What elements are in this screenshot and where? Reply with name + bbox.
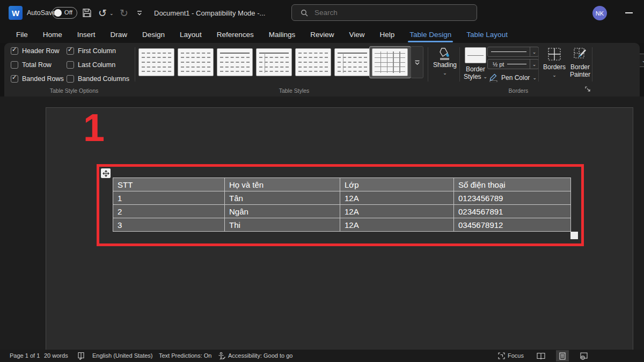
web-layout-icon — [580, 352, 588, 360]
table-cell[interactable]: 12A — [340, 191, 454, 205]
shading-label: Shading — [433, 61, 457, 69]
document-canvas[interactable]: 1 STT Họ và tên Lớp Số điện thoại 1 Tân … — [0, 97, 644, 350]
table-style-thumbnail[interactable] — [295, 48, 331, 76]
undo-chevron-icon[interactable]: ⌄ — [109, 11, 114, 16]
line-weight-dropdown[interactable]: ½ pt ⌄ — [487, 59, 539, 69]
borders-button-label: Borders — [543, 63, 566, 71]
data-table[interactable]: STT Họ và tên Lớp Số điện thoại 1 Tân 12… — [113, 178, 571, 232]
table-styles-more-button[interactable] — [411, 46, 423, 78]
line-weight-value: ½ pt — [493, 61, 504, 68]
web-layout-button[interactable] — [577, 350, 590, 361]
print-layout-button[interactable] — [556, 350, 569, 361]
checkbox-total-row[interactable]: Total Row — [11, 61, 52, 69]
minimize-button[interactable] — [620, 5, 638, 20]
border-painter-button[interactable]: Border Painter — [567, 47, 594, 78]
border-styles-button[interactable]: Border Styles ⌄ — [462, 65, 489, 80]
tab-design[interactable]: Design — [135, 26, 172, 43]
checkbox-label: Header Row — [22, 47, 59, 55]
tab-insert[interactable]: Insert — [70, 26, 103, 43]
avatar[interactable]: NK — [592, 6, 607, 20]
minimize-icon — [625, 12, 633, 13]
table-style-thumbnail[interactable] — [256, 48, 292, 76]
column-header[interactable]: Lớp — [340, 178, 454, 191]
borders-button[interactable]: Borders ⌄ — [542, 47, 567, 77]
checkbox-first-column[interactable]: First Column — [67, 47, 116, 55]
table-cell[interactable]: 0123456789 — [454, 191, 571, 205]
table-style-thumbnail[interactable] — [334, 48, 370, 76]
title-bar: W AutoSave Off ↺ ⌄ ↻ Document1 - Compati… — [0, 0, 644, 26]
chevron-down-icon: ⌄ — [530, 47, 538, 56]
accessibility-status[interactable]: Accessibility: Good to go — [228, 352, 292, 359]
tab-table-design[interactable]: Table Design — [402, 26, 459, 43]
border-styles-label-2: Styles — [464, 73, 481, 80]
tab-layout[interactable]: Layout — [172, 26, 209, 43]
autosave-toggle[interactable]: Off — [52, 7, 77, 19]
border-style-sample-icon — [465, 47, 486, 63]
tab-mailings[interactable]: Mailings — [261, 26, 303, 43]
checkbox-header-row[interactable]: Header Row — [11, 47, 59, 55]
table-cell[interactable]: 3 — [113, 218, 225, 232]
group-label-table-styles: Table Styles — [246, 87, 342, 94]
tab-help[interactable]: Help — [372, 26, 402, 43]
table-cell[interactable]: 2 — [113, 205, 225, 218]
table-cell[interactable]: Thi — [225, 218, 340, 232]
search-input[interactable] — [314, 9, 449, 17]
search-box[interactable] — [291, 4, 477, 21]
checkbox-banded-columns[interactable]: Banded Columns — [67, 75, 129, 83]
accessibility-icon — [218, 352, 225, 361]
table-row[interactable]: 1 Tân 12A 0123456789 — [113, 191, 571, 205]
tab-table-layout[interactable]: Table Layout — [459, 26, 515, 43]
line-style-dropdown[interactable]: ⌄ — [487, 47, 539, 57]
word-window: W AutoSave Off ↺ ⌄ ↻ Document1 - Compati… — [0, 0, 644, 362]
table-cell[interactable]: 12A — [340, 218, 454, 232]
pen-color-button[interactable]: Pen Color ⌄ — [489, 73, 537, 82]
focus-button[interactable]: Focus — [508, 352, 524, 359]
dialog-launcher-icon — [585, 86, 591, 92]
group-label-table-style-options: Table Style Options — [26, 87, 122, 94]
customize-qat-button[interactable] — [134, 7, 145, 19]
tab-file[interactable]: File — [9, 26, 35, 43]
table-style-thumbnail[interactable] — [138, 48, 174, 76]
tab-review[interactable]: Review — [303, 26, 341, 43]
table-row[interactable]: 2 Ngân 12A 0234567891 — [113, 205, 571, 218]
tab-references[interactable]: References — [209, 26, 261, 43]
tab-home[interactable]: Home — [35, 26, 70, 43]
checkbox-last-column[interactable]: Last Column — [67, 61, 115, 69]
column-header[interactable]: Số điện thoại — [454, 178, 571, 191]
table-style-thumbnail-selected[interactable] — [369, 46, 411, 78]
text-predictions[interactable]: Text Predictions: On — [159, 352, 211, 359]
table-cell[interactable]: Tân — [225, 191, 340, 205]
checkbox-banded-rows[interactable]: Banded Rows — [11, 75, 64, 83]
save-button[interactable] — [81, 7, 93, 19]
undo-button[interactable]: ↺ — [97, 7, 108, 19]
table-style-thumbnail[interactable] — [217, 48, 253, 76]
column-header[interactable]: Họ và tên — [225, 178, 340, 191]
tab-view[interactable]: View — [341, 26, 372, 43]
table-cell[interactable]: 1 — [113, 191, 225, 205]
print-layout-icon — [559, 352, 566, 360]
read-mode-button[interactable] — [535, 350, 547, 361]
table-header-row[interactable]: STT Họ và tên Lớp Số điện thoại — [113, 178, 571, 191]
column-header[interactable]: STT — [113, 178, 225, 191]
tab-draw[interactable]: Draw — [103, 26, 135, 43]
group-separator — [592, 47, 592, 82]
table-row[interactable]: 3 Thi 12A 0345678912 — [113, 218, 571, 232]
page-indicator[interactable]: Page 1 of 1 — [10, 352, 40, 359]
shading-button[interactable]: Shading ⌄ — [431, 46, 458, 75]
redo-button[interactable]: ↻ — [118, 7, 130, 19]
redo-icon: ↻ — [120, 7, 128, 19]
table-style-thumbnail[interactable] — [178, 48, 214, 76]
language-indicator[interactable]: English (United States) — [92, 352, 153, 359]
word-count[interactable]: 20 words — [44, 352, 68, 359]
checkbox-icon — [11, 75, 18, 83]
borders-dialog-launcher[interactable] — [585, 85, 591, 94]
group-label-borders: Borders — [475, 87, 561, 94]
table-move-handle[interactable] — [101, 168, 111, 178]
checkbox-icon — [67, 61, 74, 69]
table-cell[interactable]: 12A — [340, 205, 454, 218]
proofing-icon[interactable] — [77, 352, 85, 361]
table-cell[interactable]: 0234567891 — [454, 205, 571, 218]
table-resize-handle[interactable] — [570, 232, 578, 239]
table-cell[interactable]: Ngân — [225, 205, 340, 218]
table-cell[interactable]: 0345678912 — [454, 218, 571, 232]
